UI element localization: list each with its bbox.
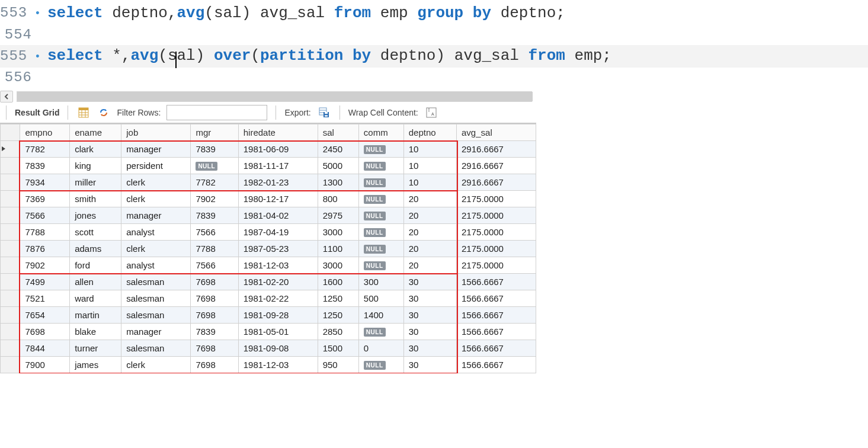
table-row[interactable]: 7934millerclerk77821982-01-231300NULL102… [1, 174, 536, 190]
cell-deptno[interactable]: 30 [403, 356, 456, 373]
cell-hiredate[interactable]: 1981-09-28 [238, 306, 318, 323]
code-content[interactable]: select *,avg(sal) over(partition by dept… [36, 45, 611, 68]
cell-deptno[interactable]: 10 [403, 174, 456, 190]
table-row[interactable]: 7902fordanalyst75661981-12-033000NULL202… [1, 257, 536, 273]
table-row[interactable]: 7788scottanalyst75661987-04-193000NULL20… [1, 223, 536, 240]
cell-deptno[interactable]: 20 [403, 223, 456, 240]
cell-hiredate[interactable]: 1987-04-19 [238, 223, 318, 240]
cell-hiredate[interactable]: 1981-04-02 [238, 207, 318, 223]
cell-comm[interactable]: NULL [358, 140, 403, 157]
cell-empno[interactable]: 7844 [20, 340, 70, 356]
cell-hiredate[interactable]: 1987-05-23 [238, 240, 318, 257]
cell-comm[interactable]: NULL [358, 174, 403, 190]
row-selector[interactable] [1, 340, 20, 356]
cell-comm[interactable]: 500 [358, 290, 403, 306]
cell-ename[interactable]: martin [70, 306, 121, 323]
cell-deptno[interactable]: 30 [403, 323, 456, 340]
cell-empno[interactable]: 7698 [20, 323, 70, 340]
table-row[interactable]: 7839kingpersidentNULL1981-11-175000NULL1… [1, 157, 536, 174]
cell-mgr[interactable]: 7698 [191, 273, 238, 290]
cell-mgr[interactable]: 7566 [191, 223, 238, 240]
cell-hiredate[interactable]: 1981-11-17 [238, 157, 318, 174]
cell-comm[interactable]: 1400 [358, 306, 403, 323]
cell-comm[interactable]: NULL [358, 157, 403, 174]
wrap-cell-content-icon[interactable]: I A [424, 105, 438, 120]
row-selector[interactable] [1, 257, 20, 273]
cell-empno[interactable]: 7934 [20, 174, 70, 190]
cell-mgr[interactable]: 7566 [191, 257, 238, 273]
cell-mgr[interactable]: 7839 [191, 140, 238, 157]
column-header-sal[interactable]: sal [318, 124, 358, 140]
cell-job[interactable]: salesman [121, 273, 191, 290]
cell-sal[interactable]: 1300 [318, 174, 358, 190]
cell-sal[interactable]: 3000 [318, 257, 358, 273]
row-selector[interactable] [1, 190, 20, 207]
column-header-avg_sal[interactable]: avg_sal [457, 124, 536, 140]
cell-empno[interactable]: 7839 [20, 157, 70, 174]
table-row[interactable]: 7876adamsclerk77881987-05-231100NULL2021… [1, 240, 536, 257]
cell-sal[interactable]: 1250 [318, 306, 358, 323]
table-row[interactable]: 7566jonesmanager78391981-04-022975NULL20… [1, 207, 536, 223]
cell-comm[interactable]: NULL [358, 223, 403, 240]
cell-mgr[interactable]: 7698 [191, 340, 238, 356]
cell-job[interactable]: manager [121, 140, 191, 157]
cell-avg_sal[interactable]: 2916.6667 [457, 157, 536, 174]
column-header-comm[interactable]: comm [358, 124, 403, 140]
cell-sal[interactable]: 2450 [318, 140, 358, 157]
cell-job[interactable]: salesman [121, 340, 191, 356]
cell-empno[interactable]: 7782 [20, 140, 70, 157]
cell-comm[interactable]: NULL [358, 190, 403, 207]
row-selector[interactable] [1, 207, 20, 223]
cell-ename[interactable]: allen [70, 273, 121, 290]
cell-sal[interactable]: 2975 [318, 207, 358, 223]
cell-ename[interactable]: scott [70, 223, 121, 240]
cell-job[interactable]: persident [121, 157, 191, 174]
sql-editor[interactable]: 553 •select deptno,avg(sal) avg_sal from… [0, 0, 868, 88]
cell-job[interactable]: salesman [121, 290, 191, 306]
column-header-mgr[interactable]: mgr [191, 124, 238, 140]
cell-hiredate[interactable]: 1981-02-22 [238, 290, 318, 306]
cell-empno[interactable]: 7499 [20, 273, 70, 290]
cell-mgr[interactable]: 7902 [191, 190, 238, 207]
cell-empno[interactable]: 7876 [20, 240, 70, 257]
column-header-empno[interactable]: empno [20, 124, 70, 140]
cell-sal[interactable]: 1100 [318, 240, 358, 257]
table-row[interactable]: 7521wardsalesman76981981-02-221250500301… [1, 290, 536, 306]
cell-mgr[interactable]: 7839 [191, 323, 238, 340]
cell-ename[interactable]: james [70, 356, 121, 373]
cell-ename[interactable]: ward [70, 290, 121, 306]
cell-ename[interactable]: adams [70, 240, 121, 257]
row-selector[interactable] [1, 223, 20, 240]
editor-line[interactable]: 554 [0, 25, 868, 46]
cell-mgr[interactable]: 7788 [191, 240, 238, 257]
cell-hiredate[interactable]: 1980-12-17 [238, 190, 318, 207]
cell-comm[interactable]: 0 [358, 340, 403, 356]
cell-deptno[interactable]: 20 [403, 240, 456, 257]
row-selector[interactable] [1, 240, 20, 257]
cell-ename[interactable]: miller [70, 174, 121, 190]
cell-ename[interactable]: clark [70, 140, 121, 157]
cell-empno[interactable]: 7654 [20, 306, 70, 323]
table-row[interactable]: 7369smithclerk79021980-12-17800NULL20217… [1, 190, 536, 207]
cell-job[interactable]: analyst [121, 257, 191, 273]
cell-mgr[interactable]: 7698 [191, 290, 238, 306]
cell-empno[interactable]: 7369 [20, 190, 70, 207]
cell-ename[interactable]: ford [70, 257, 121, 273]
cell-hiredate[interactable]: 1981-12-03 [238, 356, 318, 373]
export-save-icon[interactable] [317, 105, 331, 120]
cell-avg_sal[interactable]: 2916.6667 [457, 174, 536, 190]
cell-job[interactable]: analyst [121, 223, 191, 240]
cell-job[interactable]: clerk [121, 190, 191, 207]
cell-deptno[interactable]: 30 [403, 306, 456, 323]
cell-sal[interactable]: 2850 [318, 323, 358, 340]
row-selector[interactable] [1, 306, 20, 323]
row-selector[interactable] [1, 323, 20, 340]
cell-avg_sal[interactable]: 1566.6667 [457, 290, 536, 306]
cell-deptno[interactable]: 30 [403, 340, 456, 356]
cell-deptno[interactable]: 30 [403, 290, 456, 306]
cell-hiredate[interactable]: 1981-05-01 [238, 323, 318, 340]
row-selector[interactable] [1, 157, 20, 174]
cell-avg_sal[interactable]: 2175.0000 [457, 190, 536, 207]
row-selector[interactable] [1, 140, 20, 157]
cell-avg_sal[interactable]: 2175.0000 [457, 223, 536, 240]
